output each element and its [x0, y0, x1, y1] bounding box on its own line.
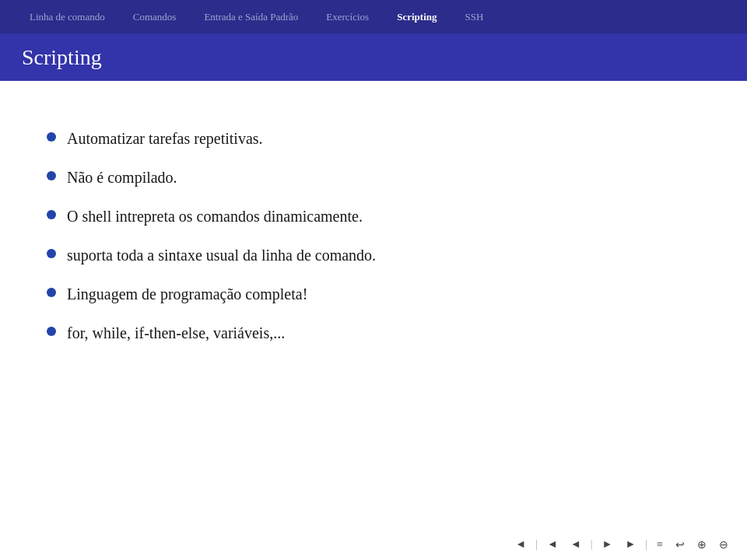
bullet-text: O shell intrepreta os comandos dinamicam…	[67, 205, 363, 227]
list-item: for, while, if-then-else, variáveis,...	[47, 322, 700, 344]
nav-prev-icon-3[interactable]: ◄	[567, 537, 584, 552]
list-item: Não é compilado.	[47, 166, 700, 188]
nav-item-entrada-saida[interactable]: Entrada e Saída Padrão	[190, 0, 312, 33]
bullet-icon	[47, 132, 56, 142]
top-navigation: Linha de comando Comandos Entrada e Saíd…	[0, 0, 747, 33]
list-item: Linguagem de programação completa!	[47, 283, 700, 305]
bullet-text: for, while, if-then-else, variáveis,...	[67, 322, 285, 344]
bullet-text: suporta toda a sintaxe usual da linha de…	[67, 244, 376, 266]
nav-next-icon-2[interactable]: ►	[622, 537, 639, 552]
nav-item-comandos[interactable]: Comandos	[119, 0, 191, 33]
main-content: Automatizar tarefas repetitivas. Não é c…	[0, 81, 747, 375]
nav-item-ssh[interactable]: SSH	[451, 0, 497, 33]
bullet-icon	[47, 327, 56, 336]
nav-next-icon-1[interactable]: ►	[599, 537, 616, 552]
bullet-text: Linguagem de programação completa!	[67, 283, 307, 305]
bullet-text: Não é compilado.	[67, 166, 177, 188]
bottom-separator-2: |	[591, 538, 593, 551]
nav-return-icon[interactable]: ↩	[672, 537, 688, 553]
bullet-icon	[47, 210, 56, 219]
bottom-separator-1: |	[535, 538, 538, 551]
list-item: suporta toda a sintaxe usual da linha de…	[47, 244, 700, 266]
nav-search-icon[interactable]: ⊖	[716, 537, 731, 553]
section-title: Scripting	[22, 45, 102, 70]
nav-item-exercicios[interactable]: Exercícios	[312, 0, 383, 33]
nav-prev-icon-2[interactable]: ◄	[544, 537, 561, 552]
bottom-separator-3: |	[645, 538, 647, 551]
bullet-list: Automatizar tarefas repetitivas. Não é c…	[47, 128, 700, 344]
nav-prev-icon[interactable]: ◄	[512, 537, 529, 552]
bullet-icon	[47, 171, 56, 180]
nav-zoom-icon[interactable]: ⊕	[694, 537, 710, 553]
list-item: O shell intrepreta os comandos dinamicam…	[47, 205, 700, 227]
bullet-icon	[47, 288, 56, 297]
bullet-icon	[47, 249, 56, 258]
bottom-navigation: ◄ | ◄ ◄ | ► ► | ≡ ↩ ⊕ ⊖	[0, 529, 747, 560]
nav-item-linha-de-comando[interactable]: Linha de comando	[16, 0, 119, 33]
nav-menu-icon[interactable]: ≡	[654, 537, 666, 552]
nav-item-scripting[interactable]: Scripting	[383, 0, 451, 33]
list-item: Automatizar tarefas repetitivas.	[47, 128, 700, 149]
section-header: Scripting	[0, 33, 747, 81]
bullet-text: Automatizar tarefas repetitivas.	[67, 128, 263, 149]
